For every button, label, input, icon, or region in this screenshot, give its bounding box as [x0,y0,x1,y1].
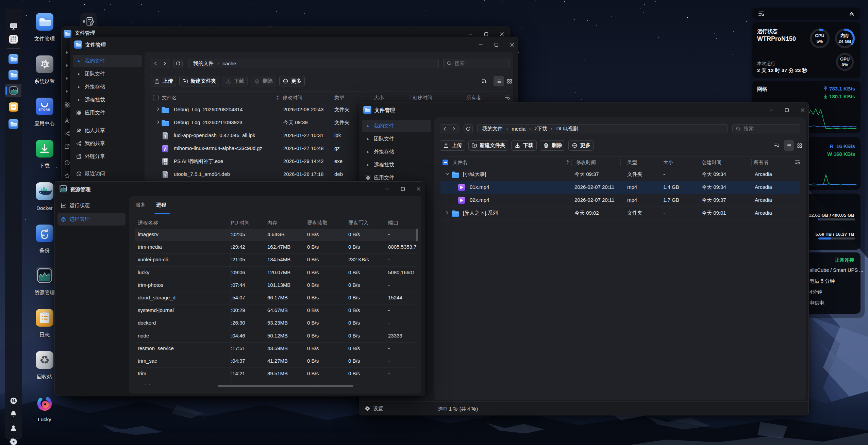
column-name[interactable]: 文件名 [453,159,468,166]
collapse-icon[interactable] [445,172,449,176]
grid-view-button[interactable] [504,76,515,86]
sidebar-item[interactable]: 我的文件 [73,55,142,67]
sidebar-item[interactable]: 远程挂载 [73,94,142,106]
task-resource-monitor-active[interactable] [5,84,21,97]
sidebar-item[interactable]: 远程挂载 [362,159,431,171]
my-shares-icon[interactable] [64,131,70,136]
toolbar-button-download[interactable]: 下载 [222,76,248,86]
vertical-scrollbar[interactable] [416,229,418,241]
close-button[interactable] [411,183,426,195]
sidebar-item-process-manager[interactable]: 进程管理 [57,213,126,226]
process-row[interactable]: trim-photos:07:44101.13MB0 B/s0 B/s- [135,279,416,292]
back-button[interactable] [440,125,449,133]
sidebar-item-running-status[interactable]: 运行状态 [57,199,126,212]
app-launcher-button[interactable] [5,35,22,44]
process-row[interactable]: xunlei-pan-cli.:21:05134.54MB0 B/s232 KB… [135,254,416,266]
column-memory[interactable]: 内存 [267,220,278,226]
column-size[interactable]: 大小 [663,159,673,166]
breadcrumb-item[interactable]: DL电视剧 [556,126,578,132]
close-button[interactable] [795,104,810,116]
column-process-name[interactable]: 进程名称 [138,220,158,226]
sidebar-item[interactable]: 外链分享 [73,150,142,163]
maximize-button[interactable] [395,183,411,195]
transfer-tasks-button[interactable] [5,396,22,405]
column-mtime[interactable]: 修改时间 [283,95,302,101]
toolbar-button-trash[interactable]: 删除 [251,76,276,86]
refresh-button[interactable] [173,59,183,68]
shortcut-lucky[interactable]: Lucky [27,394,62,422]
grid-view-button[interactable] [794,140,805,151]
shared-by-others-icon[interactable] [64,118,70,123]
process-row[interactable]: smbd:04:5237.88MB0 B/s0 B/s24444 [135,380,416,384]
process-row[interactable]: resmon_service:17:5143.59MB0 B/s0 B/s- [135,343,416,355]
search-box[interactable]: 搜索 [443,59,510,68]
show-desktop-button[interactable] [5,22,22,31]
forward-button[interactable] [160,59,169,68]
maximize-button[interactable] [488,39,504,50]
notifications-button[interactable] [5,410,22,418]
column-settings-icon[interactable] [504,95,510,100]
column-cpu-time[interactable]: PU 时间 [231,220,250,226]
process-row[interactable]: trim:14:2139.51MB0 B/s0 B/s- [135,368,416,380]
list-view-button[interactable] [784,140,794,151]
search-box[interactable]: 搜索 [732,124,800,133]
expand-icon[interactable] [156,107,160,111]
column-mtime[interactable]: 修改时间 [576,159,596,166]
process-row[interactable]: lucky:09:06120.07MB0 B/s0 B/s5080,16601 [135,267,416,279]
column-settings-icon[interactable] [795,159,800,165]
sort-button[interactable] [478,76,490,86]
toolbar-button-trash[interactable]: 删除 [540,140,565,151]
settings-label[interactable]: 设置 [373,406,383,412]
column-type[interactable]: 类型 [334,95,344,101]
sidebar-item[interactable]: 我的文件 [362,120,431,132]
process-row[interactable]: imagesrv:02:054.64GB0 B/s0 B/s- [135,229,416,241]
toolbar-button-newfolder[interactable]: 新建文件夹 [468,140,508,151]
column-type[interactable]: 类型 [627,159,637,166]
titlebar[interactable]: 资源管理 [55,182,425,197]
column-ports[interactable]: 端口 [388,220,398,226]
shortcut-app-center[interactable]: STORE 应用中心 [27,98,62,127]
task-file-manager-2[interactable] [5,70,22,80]
toolbar-button-download[interactable]: 下载 [511,140,537,151]
task-logs[interactable] [5,102,22,112]
settings-button[interactable] [5,437,22,445]
minimize-button[interactable] [763,104,779,116]
process-row[interactable]: trim_sac:04:3741.27MB0 B/s0 B/s- [135,355,416,368]
toolbar-button-upload[interactable]: 上传 [440,140,465,151]
shortcut-download[interactable]: 下载 [27,140,62,169]
toolbar-button-upload[interactable]: 上传 [151,76,176,86]
process-row[interactable]: systemd-journal:00:2964.67MB0 B/s0 B/s- [135,304,416,317]
sidebar-item[interactable]: 他人共享 [73,124,142,137]
widget-settings-icon[interactable] [758,10,765,17]
sidebar-item[interactable]: 团队文件 [73,68,142,80]
shortcut-system-settings[interactable]: 系统设置 [27,55,62,85]
sort-arrows-icon[interactable] [276,95,279,100]
maximize-button[interactable] [779,104,795,116]
recent-icon[interactable] [64,160,70,166]
expand-icon[interactable] [156,120,160,124]
breadcrumb[interactable]: 我的文件 › media › z下载 › DL电视剧 [477,124,728,133]
process-row[interactable]: dockerd:26:3053.23MB0 B/s0 B/s- [135,317,416,330]
column-disk-write[interactable]: 硬盘写入 [348,220,369,226]
tab-processes[interactable]: 进程 [156,202,166,208]
process-row[interactable]: trim-media:29:42162.47MB0 B/s0 B/s8005,5… [135,241,416,254]
favorites-icon[interactable] [64,173,70,179]
file-row[interactable]: [异人之下].系列今天 09:02文件夹-今天 09:01Arcadia [440,207,800,220]
forward-button[interactable] [449,125,458,133]
minimize-button[interactable] [473,39,488,50]
toolbar-button-newfolder[interactable]: 新建文件夹 [179,76,219,86]
column-owner[interactable]: 所有者 [466,95,481,101]
toolbar-button-more[interactable]: 更多 [279,76,305,86]
expander-icon[interactable] [65,63,69,68]
sort-button[interactable] [771,140,782,151]
list-view-button[interactable] [494,76,504,86]
column-size[interactable]: 大小 [374,95,384,101]
external-link-icon[interactable] [64,144,70,149]
sort-arrows-icon[interactable] [566,160,569,165]
breadcrumb-item[interactable]: z下载 [535,126,548,132]
column-disk-read[interactable]: 硬盘读取 [307,220,328,226]
expander-icon[interactable] [65,76,69,81]
breadcrumb-item[interactable]: media [512,126,525,132]
task-file-manager-1[interactable] [5,54,22,64]
sidebar-item[interactable]: 最近访问 [73,167,142,180]
